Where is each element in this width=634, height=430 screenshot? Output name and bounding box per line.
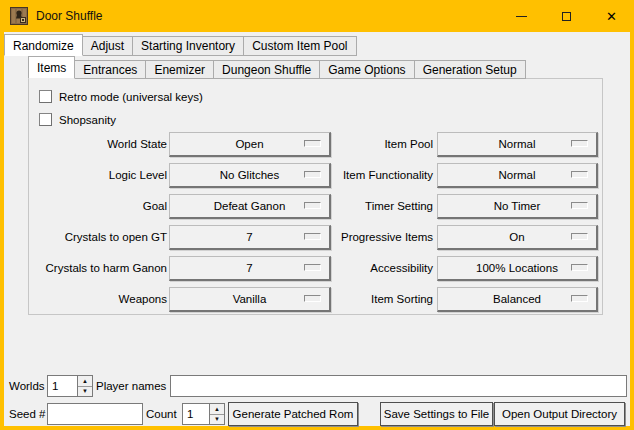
- worlds-spin-buttons: ▲ ▼: [77, 376, 92, 396]
- tab-randomize[interactable]: Randomize: [4, 34, 83, 56]
- door-icon: [10, 7, 28, 25]
- worlds-label: Worlds: [9, 375, 45, 397]
- dropdown-indicator-icon: [571, 171, 588, 178]
- count-value: 1: [183, 404, 209, 424]
- retro-mode-label: Retro mode (universal keys): [59, 91, 203, 103]
- close-button[interactable]: ✕: [589, 0, 634, 32]
- dropdown-indicator-icon: [571, 295, 588, 302]
- window-title: Door Shuffle: [36, 9, 103, 23]
- app-window: Door Shuffle ✕ Randomize Adjust Starting…: [0, 0, 634, 430]
- generate-patched-rom-button[interactable]: Generate Patched Rom: [228, 402, 358, 426]
- tab-dungeon-shuffle[interactable]: Dungeon Shuffle: [213, 60, 320, 79]
- dropdown-indicator-icon: [571, 264, 588, 271]
- item-functionality-label: Item Functionality: [297, 163, 433, 188]
- spin-down-icon[interactable]: ▼: [78, 387, 92, 397]
- spin-up-icon[interactable]: ▲: [78, 376, 92, 387]
- tab-entrances[interactable]: Entrances: [74, 60, 146, 79]
- timer-setting-label: Timer Setting: [297, 194, 433, 219]
- tab-custom-item-pool[interactable]: Custom Item Pool: [243, 36, 356, 56]
- maximize-icon: [562, 12, 571, 21]
- item-functionality-dropdown[interactable]: Normal: [437, 163, 598, 188]
- weapons-row: Weapons Vanilla Item Sorting Balanced: [29, 287, 604, 312]
- count-label: Count: [146, 403, 177, 425]
- retro-mode-row: Retro mode (universal keys): [39, 89, 203, 104]
- sub-tab-bar: Items Entrances Enemizer Dungeon Shuffle…: [28, 56, 526, 79]
- save-settings-button[interactable]: Save Settings to File: [380, 402, 493, 426]
- shopsanity-checkbox[interactable]: [39, 113, 52, 126]
- worlds-spinner[interactable]: 1 ▲ ▼: [47, 375, 93, 397]
- crystals-gt-row: Crystals to open GT 7 Progressive Items …: [29, 225, 604, 250]
- main-tab-bar: Randomize Adjust Starting Inventory Cust…: [4, 34, 357, 56]
- accessibility-label: Accessibility: [297, 256, 433, 281]
- tab-generation-setup[interactable]: Generation Setup: [414, 60, 526, 79]
- spin-down-icon[interactable]: ▼: [210, 415, 224, 425]
- minimize-button[interactable]: [499, 0, 544, 32]
- player-names-label: Player names: [96, 375, 166, 397]
- weapons-label: Weapons: [31, 287, 167, 312]
- tab-enemizer[interactable]: Enemizer: [145, 60, 214, 79]
- logic-level-row: Logic Level No Glitches Item Functionali…: [29, 163, 604, 188]
- crystals-gt-label: Crystals to open GT: [31, 225, 167, 250]
- title-bar: Door Shuffle ✕: [0, 0, 634, 32]
- dropdown-indicator-icon: [571, 140, 588, 147]
- tab-game-options[interactable]: Game Options: [319, 60, 414, 79]
- retro-mode-checkbox[interactable]: [39, 90, 52, 103]
- dropdown-indicator-icon: [571, 202, 588, 209]
- item-sorting-label: Item Sorting: [297, 287, 433, 312]
- seed-label: Seed #: [9, 403, 45, 425]
- player-names-input[interactable]: [170, 375, 627, 397]
- goal-row: Goal Defeat Ganon Timer Setting No Timer: [29, 194, 604, 219]
- world-state-label: World State: [31, 132, 167, 157]
- client-area: Randomize Adjust Starting Inventory Cust…: [4, 32, 630, 426]
- tab-adjust[interactable]: Adjust: [82, 36, 133, 56]
- tab-items[interactable]: Items: [28, 56, 75, 79]
- logic-level-label: Logic Level: [31, 163, 167, 188]
- window-controls: ✕: [499, 0, 634, 32]
- count-spinner[interactable]: 1 ▲ ▼: [182, 403, 225, 425]
- timer-setting-dropdown[interactable]: No Timer: [437, 194, 598, 219]
- open-output-directory-button[interactable]: Open Output Directory: [494, 402, 625, 426]
- accessibility-dropdown[interactable]: 100% Locations: [437, 256, 598, 281]
- item-pool-label: Item Pool: [297, 132, 433, 157]
- seed-input[interactable]: [47, 403, 143, 425]
- tab-starting-inventory[interactable]: Starting Inventory: [132, 36, 244, 56]
- maximize-button[interactable]: [544, 0, 589, 32]
- minimize-icon: [516, 16, 527, 17]
- dropdown-indicator-icon: [571, 233, 588, 240]
- shopsanity-label: Shopsanity: [59, 114, 116, 126]
- crystals-ganon-label: Crystals to harm Ganon: [31, 256, 167, 281]
- world-state-row: World State Open Item Pool Normal: [29, 132, 604, 157]
- item-sorting-dropdown[interactable]: Balanced: [437, 287, 598, 312]
- item-pool-dropdown[interactable]: Normal: [437, 132, 598, 157]
- close-icon: ✕: [606, 9, 617, 24]
- goal-label: Goal: [31, 194, 167, 219]
- shopsanity-row: Shopsanity: [39, 112, 116, 127]
- worlds-value: 1: [48, 376, 77, 396]
- spin-up-icon[interactable]: ▲: [210, 404, 224, 415]
- progressive-items-dropdown[interactable]: On: [437, 225, 598, 250]
- items-panel: Retro mode (universal keys) Shopsanity W…: [28, 78, 603, 315]
- crystals-ganon-row: Crystals to harm Ganon 7 Accessibility 1…: [29, 256, 604, 281]
- progressive-items-label: Progressive Items: [297, 225, 433, 250]
- count-spin-buttons: ▲ ▼: [209, 404, 224, 424]
